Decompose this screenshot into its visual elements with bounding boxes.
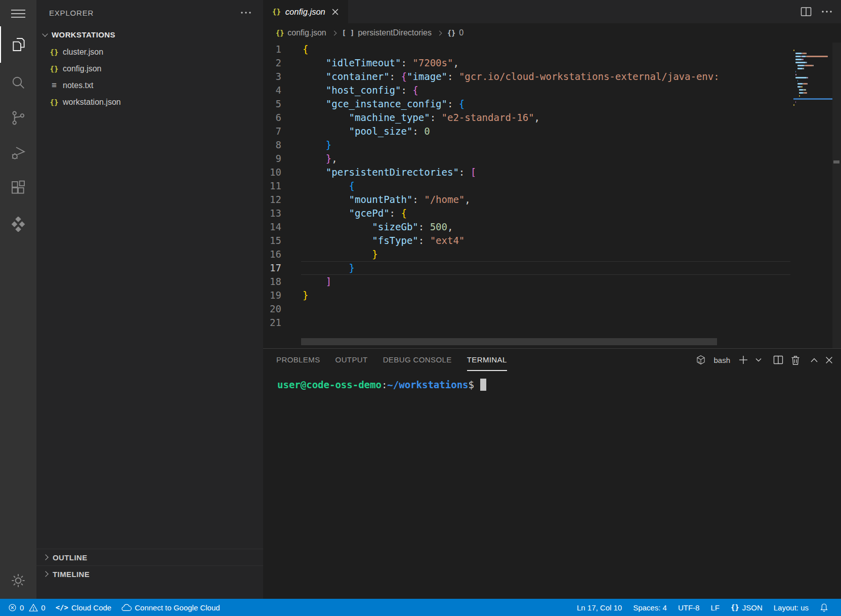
code-line-18[interactable]: 18] [263, 275, 790, 289]
kill-terminal-button[interactable] [791, 355, 800, 365]
line-number[interactable]: 10 [263, 166, 281, 179]
cloud-code-status[interactable]: </> Cloud Code [56, 603, 112, 612]
connect-google-cloud[interactable]: Connect to Google Cloud [121, 603, 220, 612]
line-number[interactable]: 1 [263, 43, 281, 56]
terminal[interactable]: user@code-oss-demo:~/workstations$ [263, 371, 841, 599]
code-line-2[interactable]: 2"idleTimeout": "7200s", [263, 56, 790, 70]
file-item-config.json[interactable]: {}config.json [36, 60, 263, 77]
code-line-8[interactable]: 8} [263, 138, 790, 152]
file-label: config.json [63, 64, 102, 73]
breadcrumb-item-persistentDirectories[interactable]: [ ]persistentDirectories [342, 28, 432, 37]
vscode-window: EXPLORER WORKSTATIONS {}cluster.json{}co… [0, 0, 841, 616]
breadcrumb-item-0[interactable]: {}0 [447, 28, 464, 37]
shell-label[interactable]: bash [713, 356, 730, 364]
code-line-3[interactable]: 3"container": {"image": "gcr.io/cloud-wo… [263, 70, 790, 84]
problems-status[interactable]: 0 0 [8, 603, 46, 612]
minimap[interactable] [793, 49, 832, 160]
menu-button[interactable] [0, 2, 36, 25]
line-content: } [303, 248, 378, 261]
line-number[interactable]: 16 [263, 248, 281, 261]
tab-config-json[interactable]: {} config.json [263, 0, 348, 23]
sidebar-item-source-control[interactable] [0, 100, 36, 136]
json-file-icon: {} [49, 65, 60, 73]
line-number[interactable]: 15 [263, 234, 281, 248]
code-line-14[interactable]: 14"sizeGb": 500, [263, 220, 790, 234]
file-item-notes.txt[interactable]: ≡notes.txt [36, 77, 263, 94]
line-number[interactable]: 8 [263, 138, 281, 152]
panel-tab-debug-console[interactable]: DEBUG CONSOLE [383, 349, 452, 371]
error-count: 0 [20, 603, 24, 612]
line-number[interactable]: 11 [263, 179, 281, 193]
code-line-4[interactable]: 4"host_config": { [263, 84, 790, 97]
line-number[interactable]: 5 [263, 97, 281, 111]
timeline-section[interactable]: TIMELINE [36, 565, 263, 582]
new-terminal-button[interactable] [739, 355, 748, 364]
panel-tab-output[interactable]: OUTPUT [335, 349, 368, 371]
line-number[interactable]: 19 [263, 289, 281, 302]
overview-ruler[interactable] [832, 43, 841, 348]
line-number[interactable]: 12 [263, 193, 281, 207]
indentation-setting[interactable]: Spaces: 4 [627, 603, 672, 612]
line-number[interactable]: 4 [263, 84, 281, 97]
sidebar-item-explorer[interactable] [0, 26, 36, 63]
settings-button[interactable] [0, 562, 36, 599]
line-number[interactable]: 18 [263, 275, 281, 289]
code-line-10[interactable]: 10"persistentDirectories": [ [263, 166, 790, 179]
outline-section[interactable]: OUTLINE [36, 549, 263, 565]
close-icon[interactable] [331, 8, 339, 16]
explorer-more-actions[interactable] [240, 11, 252, 15]
file-item-workstation.json[interactable]: {}workstation.json [36, 94, 263, 110]
code-line-17[interactable]: 17} [263, 261, 790, 275]
code-line-13[interactable]: 13"gcePd": { [263, 207, 790, 220]
code-line-19[interactable]: 19} [263, 289, 790, 302]
file-item-cluster.json[interactable]: {}cluster.json [36, 44, 263, 60]
code-line-7[interactable]: 7"pool_size": 0 [263, 125, 790, 138]
code-line-1[interactable]: 1{ [263, 43, 790, 56]
line-number[interactable]: 20 [263, 302, 281, 316]
close-panel-button[interactable] [825, 356, 833, 364]
sidebar-item-search[interactable] [0, 64, 36, 101]
breadcrumb-item-config.json[interactable]: {}config.json [276, 28, 326, 37]
code-line-9[interactable]: 9}, [263, 152, 790, 166]
code-line-20[interactable]: 20 [263, 302, 790, 316]
line-number[interactable]: 17 [263, 261, 281, 275]
line-number[interactable]: 6 [263, 111, 281, 125]
line-number[interactable]: 21 [263, 316, 281, 330]
split-editor-button[interactable] [801, 7, 812, 17]
maximize-panel-button[interactable] [811, 358, 818, 362]
code-line-5[interactable]: 5"gce_instance_config": { [263, 97, 790, 111]
code-line-6[interactable]: 6"machine_type": "e2-standard-16", [263, 111, 790, 125]
encoding-setting[interactable]: UTF-8 [672, 603, 705, 612]
code-editor[interactable]: 1{2"idleTimeout": "7200s",3"container": … [263, 43, 841, 348]
line-number[interactable]: 9 [263, 152, 281, 166]
terminal-dropdown-button[interactable] [755, 358, 762, 362]
line-number[interactable]: 7 [263, 125, 281, 138]
line-number[interactable]: 13 [263, 207, 281, 220]
panel-tab-terminal[interactable]: TERMINAL [467, 349, 507, 371]
line-number[interactable]: 3 [263, 70, 281, 84]
keyboard-layout[interactable]: Layout: us [768, 603, 814, 612]
sidebar-item-run-debug[interactable] [0, 135, 36, 172]
split-terminal-button[interactable] [773, 355, 783, 364]
language-label: JSON [742, 603, 763, 612]
extensions-icon [10, 180, 26, 196]
horizontal-scrollbar[interactable] [301, 338, 717, 345]
code-line-21[interactable]: 21 [263, 316, 790, 330]
panel-tab-problems[interactable]: PROBLEMS [276, 349, 320, 371]
line-number[interactable]: 2 [263, 56, 281, 70]
line-number[interactable]: 14 [263, 220, 281, 234]
more-actions-button[interactable] [821, 10, 833, 14]
sidebar-item-extensions[interactable] [0, 170, 36, 206]
eol-setting[interactable]: LF [705, 603, 725, 612]
code-line-15[interactable]: 15"fsType": "ext4" [263, 234, 790, 248]
code-line-16[interactable]: 16} [263, 248, 790, 261]
folder-workstations[interactable]: WORKSTATIONS [36, 26, 263, 43]
language-mode[interactable]: {} JSON [725, 603, 768, 612]
ln-col-label: Ln 17, Col 10 [577, 603, 622, 612]
notifications-button[interactable] [814, 603, 834, 612]
code-line-12[interactable]: 12"mountPath": "/home", [263, 193, 790, 207]
braces-icon: {} [276, 29, 284, 37]
sidebar-item-cloud-code[interactable] [0, 206, 36, 242]
cursor-position[interactable]: Ln 17, Col 10 [571, 603, 627, 612]
code-line-11[interactable]: 11{ [263, 179, 790, 193]
